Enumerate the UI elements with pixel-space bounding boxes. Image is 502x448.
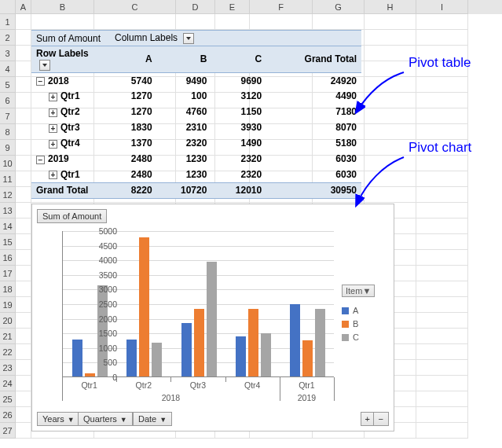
- bar-A[interactable]: [236, 336, 246, 376]
- bar-A[interactable]: [126, 340, 137, 376]
- col-header[interactable]: A: [16, 0, 31, 14]
- col-header[interactable]: G: [313, 0, 365, 14]
- pivot-row[interactable]: −20192480123023206030: [31, 151, 361, 167]
- row-header[interactable]: 27: [0, 423, 16, 439]
- row-header[interactable]: 20: [0, 313, 16, 329]
- row-header[interactable]: 19: [0, 297, 16, 313]
- collapse-icon[interactable]: −: [36, 156, 45, 164]
- pivot-col-B: B: [157, 46, 212, 73]
- bar-A[interactable]: [72, 340, 82, 376]
- row-header[interactable]: 18: [0, 281, 16, 297]
- pivot-row[interactable]: +Qtr12480123023206030: [31, 167, 361, 182]
- y-tick-label: 1500: [92, 329, 117, 338]
- bar-C[interactable]: [152, 343, 162, 376]
- row-header[interactable]: 7: [0, 108, 16, 124]
- bar-B[interactable]: [248, 309, 258, 376]
- expand-icon[interactable]: +: [49, 93, 57, 101]
- row-header[interactable]: 9: [0, 140, 16, 156]
- row-header[interactable]: 14: [0, 218, 16, 234]
- col-header[interactable]: E: [215, 0, 250, 14]
- legend-item[interactable]: C: [342, 332, 389, 342]
- pivot-value: 2320: [157, 135, 212, 151]
- row-header[interactable]: 15: [0, 234, 16, 250]
- annotation-pivot-table: Pivot table: [409, 55, 471, 71]
- row-header[interactable]: 24: [0, 376, 16, 391]
- row-header[interactable]: 4: [0, 61, 16, 77]
- bar-A[interactable]: [290, 304, 300, 376]
- row-header[interactable]: 25: [0, 391, 16, 407]
- legend-field-button[interactable]: Item▼: [342, 285, 375, 297]
- row-header[interactable]: 26: [0, 407, 16, 423]
- pivot-row-labels-cell[interactable]: Row Labels: [31, 46, 110, 73]
- x-tick-label: Qtr1: [299, 380, 314, 390]
- legend-item[interactable]: B: [342, 319, 389, 329]
- row-header[interactable]: 1: [0, 14, 16, 30]
- pivot-row-label: Qtr2: [60, 106, 80, 117]
- row-header[interactable]: 6: [0, 93, 16, 108]
- arrow-icon: [352, 156, 407, 211]
- pivot-column-labels-cell[interactable]: Column Labels: [110, 31, 361, 46]
- col-header[interactable]: F: [250, 0, 313, 14]
- row-header[interactable]: 21: [0, 329, 16, 344]
- bar-B[interactable]: [194, 309, 204, 376]
- collapse-button[interactable]: −: [373, 412, 389, 426]
- pivot-row[interactable]: +Qtr21270476011507180: [31, 104, 361, 119]
- pivot-row-label: Qtr1: [60, 90, 80, 101]
- col-header[interactable]: I: [416, 0, 468, 14]
- expand-icon[interactable]: +: [49, 140, 57, 149]
- row-header[interactable]: 22: [0, 344, 16, 360]
- bar-C[interactable]: [207, 262, 217, 376]
- pivot-row-label: Qtr4: [60, 138, 80, 149]
- chart-field-quarters-button[interactable]: Quarters▼: [78, 412, 133, 426]
- pivot-row-label: 2019: [48, 153, 69, 164]
- col-header[interactable]: D: [176, 0, 215, 14]
- pivot-row[interactable]: +Qtr1127010031204490: [31, 88, 361, 104]
- bar-B[interactable]: [302, 340, 313, 376]
- pivot-row[interactable]: +Qtr31830231039308070: [31, 119, 361, 135]
- collapse-icon[interactable]: −: [36, 77, 45, 86]
- row-header[interactable]: 10: [0, 156, 16, 171]
- pivot-value: 3930: [211, 119, 266, 135]
- col-header[interactable]: H: [365, 0, 416, 14]
- row-header[interactable]: 5: [0, 77, 16, 93]
- legend-item[interactable]: A: [342, 306, 389, 315]
- col-header[interactable]: B: [31, 0, 94, 14]
- pivot-value: 8070: [266, 119, 361, 135]
- row-header[interactable]: 12: [0, 187, 16, 203]
- x-group-label: 2018: [162, 393, 180, 402]
- chart-measure-button[interactable]: Sum of Amount: [37, 209, 107, 223]
- pivot-value: 100: [157, 88, 212, 104]
- row-header[interactable]: 23: [0, 360, 16, 376]
- row-labels-dropdown-icon[interactable]: [39, 60, 50, 71]
- column-labels-dropdown-icon[interactable]: [183, 33, 194, 44]
- y-tick-label: 1000: [92, 343, 117, 353]
- pivot-row-labels-text: Row Labels: [36, 48, 89, 59]
- bar-C[interactable]: [261, 333, 271, 376]
- row-header[interactable]: 3: [0, 46, 16, 61]
- pivot-row[interactable]: −201857409490969024920: [31, 72, 361, 88]
- row-header[interactable]: 11: [0, 171, 16, 187]
- chart-field-years-button[interactable]: Years▼: [37, 412, 80, 426]
- pivot-value: 24920: [266, 72, 361, 88]
- x-group-separator: [334, 377, 335, 401]
- y-tick-label: 3500: [92, 270, 117, 280]
- corner-cell[interactable]: [0, 0, 16, 14]
- expand-icon[interactable]: +: [49, 108, 57, 117]
- pivot-measure-cell[interactable]: Sum of Amount: [31, 31, 110, 46]
- row-header[interactable]: 16: [0, 250, 16, 266]
- bar-C[interactable]: [315, 309, 325, 376]
- row-header[interactable]: 2: [0, 30, 16, 46]
- pivot-chart[interactable]: Sum of Amount Item▼ ABC Years▼ Quarters▼…: [31, 204, 394, 431]
- expand-icon[interactable]: +: [49, 171, 57, 179]
- pivot-table[interactable]: Sum of Amount Column Labels Row Labels A…: [31, 30, 361, 199]
- expand-icon[interactable]: +: [49, 124, 57, 133]
- x-group-label: 2019: [298, 393, 316, 402]
- bar-B[interactable]: [139, 237, 149, 376]
- row-header[interactable]: 13: [0, 203, 16, 218]
- bar-A[interactable]: [181, 323, 192, 376]
- col-header[interactable]: C: [94, 0, 176, 14]
- pivot-row[interactable]: +Qtr41370232014905180: [31, 135, 361, 151]
- row-header[interactable]: 8: [0, 124, 16, 140]
- row-header[interactable]: 17: [0, 266, 16, 281]
- chart-field-date-button[interactable]: Date▼: [133, 412, 172, 426]
